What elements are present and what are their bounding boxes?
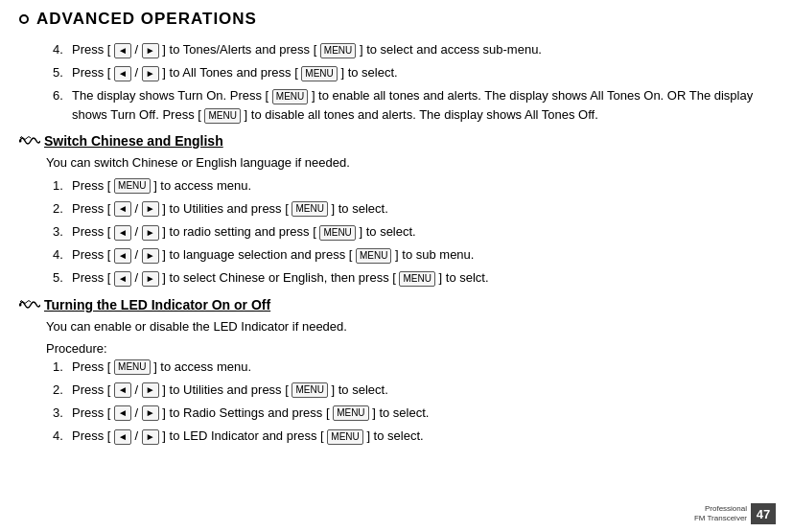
right-key: ► [142, 66, 159, 81]
menu-key: MENU [327, 429, 362, 445]
section1-title: Switch Chinese and English [44, 133, 223, 149]
right-key: ► [142, 248, 159, 264]
menu-key: MENU [114, 178, 150, 194]
right-key: ► [142, 429, 159, 445]
menu-key: MENU [114, 359, 150, 375]
page-number: 47 [751, 503, 776, 524]
page-container: ADVANCED OPERATIONS 4. Press [ ◄ / ► ] t… [0, 0, 793, 532]
list-item: 2. Press [ ◄ / ► ] to Utilities and pres… [53, 381, 764, 400]
left-key: ◄ [114, 201, 131, 217]
list-item: 2. Press [ ◄ / ► ] to Utilities and pres… [53, 199, 764, 219]
menu-key: MENU [333, 405, 368, 421]
right-key: ► [142, 405, 159, 421]
section1-header: Switch Chinese and English [19, 133, 764, 149]
list-item: 3. Press [ ◄ / ► ] to Radio Settings and… [53, 404, 764, 423]
right-key: ► [142, 382, 159, 398]
section2-title: Turning the LED Indicator On or Off [44, 297, 270, 312]
menu-key: MENU [292, 201, 327, 217]
section2-intro: You can enable or disable the LED Indica… [46, 317, 764, 336]
list-item: 4. Press [ ◄ / ► ] to Tones/Alerts and p… [53, 40, 764, 59]
list-item: 1. Press [ MENU ] to access menu. [53, 358, 764, 377]
footer: Professional FM Transceiver 47 [694, 503, 776, 524]
menu-key: ◄ [114, 43, 131, 58]
section1-list: 1. Press [ MENU ] to access menu. 2. Pre… [53, 176, 764, 289]
left-key: ◄ [114, 382, 131, 398]
menu-key: MENU [292, 382, 327, 398]
left-key: ◄ [114, 248, 131, 264]
brand-line1: Professional [705, 504, 747, 513]
wave-icon [19, 133, 40, 149]
menu-key: MENU [356, 248, 391, 264]
menu-key: MENU [204, 108, 240, 124]
footer-brand: Professional FM Transceiver [694, 504, 747, 524]
right-key: ► [142, 271, 159, 287]
section1-intro: You can switch Chinese or English langua… [46, 153, 764, 173]
section-switch-language: Switch Chinese and English You can switc… [19, 133, 764, 289]
brand-line2: FM Transceiver [694, 514, 747, 522]
right-key: ► [142, 225, 159, 241]
menu-key: MENU [301, 66, 337, 81]
section-led-indicator: Turning the LED Indicator On or Off You … [19, 297, 764, 446]
list-item: 3. Press [ ◄ / ► ] to radio setting and … [53, 222, 764, 242]
list-item: 1. Press [ MENU ] to access menu. [53, 176, 764, 196]
section2-list: 1. Press [ MENU ] to access menu. 2. Pre… [53, 358, 764, 447]
procedure-label: Procedure: [46, 341, 764, 356]
list-item: 4. Press [ ◄ / ► ] to LED Indicator and … [53, 427, 764, 446]
page-header: ADVANCED OPERATIONS [19, 10, 764, 29]
left-key: ◄ [114, 405, 131, 421]
list-item: 6. The display shows Turn On. Press [ ME… [53, 86, 764, 125]
list-item: 4. Press [ ◄ / ► ] to language selection… [53, 245, 764, 265]
bullet-icon [19, 14, 29, 24]
page-title: ADVANCED OPERATIONS [36, 10, 257, 29]
menu-key: MENU [319, 225, 355, 241]
menu-key: MENU [272, 89, 308, 104]
left-key: ◄ [114, 225, 131, 241]
menu-key: MENU [399, 271, 434, 287]
wave-icon-2 [19, 297, 40, 312]
menu-key: MENU [320, 43, 356, 58]
list-item: 5. Press [ ◄ / ► ] to select Chinese or … [53, 268, 764, 288]
list-item: 5. Press [ ◄ / ► ] to All Tones and pres… [53, 63, 764, 82]
section2-header: Turning the LED Indicator On or Off [19, 297, 764, 312]
left-key: ◄ [114, 66, 131, 81]
left-key: ◄ [114, 429, 131, 445]
right-key: ► [142, 201, 159, 217]
intro-list: 4. Press [ ◄ / ► ] to Tones/Alerts and p… [53, 40, 764, 126]
left-key: ◄ [114, 271, 131, 287]
menu-key: ► [142, 43, 159, 58]
